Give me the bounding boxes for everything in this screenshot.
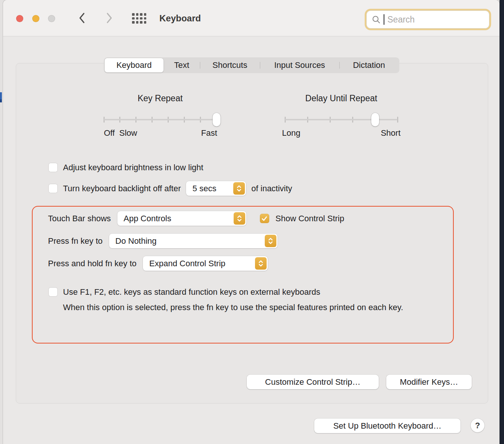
background-window-sliver [0, 92, 2, 102]
show-control-strip-label: Show Control Strip [276, 214, 344, 224]
delay-slider-knob[interactable] [371, 113, 379, 126]
tab-input-sources[interactable]: Input Sources [260, 58, 339, 72]
fn-key-row: Press fn key to Do Nothing [48, 234, 278, 248]
tab-dictation[interactable]: Dictation [339, 58, 399, 72]
adjust-brightness-label: Adjust keyboard brightness in low light [63, 163, 203, 172]
hold-fn-key-value: Expand Control Strip [149, 259, 225, 268]
backlight-duration-value: 5 secs [192, 184, 216, 194]
touch-bar-shows-row: Touch Bar shows App Controls Show Contro… [48, 211, 344, 226]
hold-fn-key-select[interactable]: Expand Control Strip [143, 256, 268, 271]
zoom-button-disabled [48, 15, 55, 22]
fn-key-select[interactable]: Do Nothing [109, 234, 278, 248]
stepper-arrows-icon [233, 182, 245, 195]
touch-bar-shows-label: Touch Bar shows [48, 214, 111, 224]
key-repeat-label-fast: Fast [201, 128, 217, 138]
hold-fn-key-label: Press and hold fn key to [48, 259, 136, 268]
backlight-duration-select[interactable]: 5 secs [186, 181, 246, 196]
delay-label-long: Long [282, 128, 300, 138]
show-all-preferences-grid-icon[interactable] [132, 13, 147, 24]
chevron-right-icon [106, 12, 113, 25]
stepper-arrows-icon [265, 235, 276, 247]
tab-bar: Keyboard Text Shortcuts Input Sources Di… [104, 57, 399, 73]
show-control-strip-checkbox[interactable] [260, 214, 269, 223]
modifier-keys-button[interactable]: Modifier Keys… [386, 375, 472, 389]
backlight-off-suffix: of inactivity [251, 184, 292, 194]
key-repeat-title: Key Repeat [104, 93, 216, 104]
touch-bar-highlight-box [32, 206, 454, 344]
search-placeholder: Search [387, 15, 415, 25]
text-cursor [384, 14, 384, 25]
backlight-off-label: Turn keyboard backlight off after [63, 184, 181, 194]
adjust-brightness-row: Adjust keyboard brightness in low light [48, 160, 203, 175]
touch-bar-shows-value: App Controls [124, 214, 171, 224]
adjust-brightness-checkbox[interactable] [48, 163, 58, 172]
hold-fn-key-row: Press and hold fn key to Expand Control … [48, 256, 268, 271]
tab-text[interactable]: Text [164, 58, 200, 72]
titlebar: Keyboard Search [3, 0, 500, 36]
forward-button[interactable] [103, 11, 116, 26]
f-keys-label: Use F1, F2, etc. keys as standard functi… [63, 287, 320, 297]
backlight-off-checkbox[interactable] [48, 184, 58, 193]
checkmark-icon [261, 215, 268, 222]
page-title: Keyboard [159, 13, 201, 24]
key-repeat-track[interactable] [104, 119, 216, 120]
desktop-dark-strip [500, 0, 504, 444]
customize-control-strip-button[interactable]: Customize Control Strip… [247, 375, 379, 389]
search-input[interactable]: Search [366, 10, 489, 28]
back-button[interactable] [75, 11, 88, 26]
tab-shortcuts[interactable]: Shortcuts [200, 58, 260, 72]
f-keys-description: When this option is selected, press the … [63, 302, 449, 314]
minimize-button[interactable] [32, 15, 39, 22]
delay-track[interactable] [285, 119, 398, 120]
keyboard-preferences-window: Keyboard Search Keyboard Text Shortcuts … [3, 0, 500, 444]
stepper-arrows-icon [255, 257, 267, 270]
chevron-left-icon [78, 12, 86, 25]
fn-key-label: Press fn key to [48, 236, 103, 246]
delay-title: Delay Until Repeat [285, 93, 398, 104]
key-repeat-label-slow: Slow [119, 128, 137, 138]
help-button[interactable]: ? [471, 418, 484, 432]
f-keys-checkbox[interactable] [48, 287, 58, 297]
close-button[interactable] [16, 15, 23, 22]
touch-bar-shows-select[interactable]: App Controls [117, 211, 246, 226]
tab-keyboard[interactable]: Keyboard [105, 58, 164, 72]
search-icon [372, 15, 381, 24]
f-keys-row: Use F1, F2, etc. keys as standard functi… [48, 285, 320, 299]
delay-slider[interactable]: Long Short [285, 113, 398, 139]
setup-bluetooth-keyboard-button[interactable]: Set Up Bluetooth Keyboard… [314, 418, 460, 433]
delay-label-short: Short [381, 128, 400, 138]
key-repeat-label-off: Off [104, 128, 115, 138]
key-repeat-slider-knob[interactable] [213, 113, 220, 126]
stepper-arrows-icon [234, 212, 245, 225]
fn-key-value: Do Nothing [116, 236, 157, 246]
key-repeat-slider[interactable]: Off Slow Fast [104, 113, 216, 139]
backlight-off-row: Turn keyboard backlight off after 5 secs… [48, 181, 292, 196]
